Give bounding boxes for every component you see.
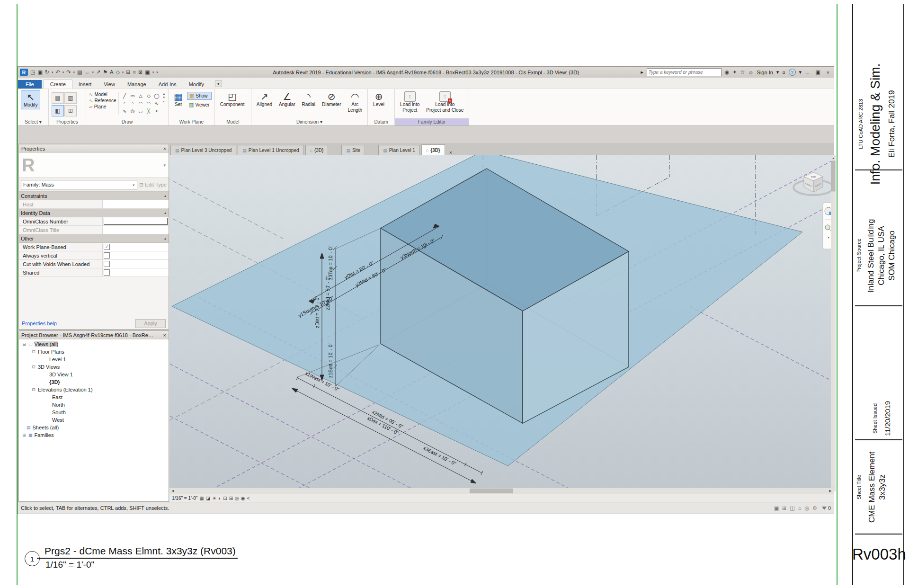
property-row-always-vertical[interactable]: Always vertical [19, 251, 169, 260]
component-button[interactable]: ◰ Component [218, 90, 247, 108]
draw-reference-button[interactable]: ∿Reference [89, 98, 116, 103]
tree-item-west[interactable]: West [19, 416, 169, 424]
search-arrow-icon[interactable]: ▸ [641, 69, 643, 75]
save-icon[interactable]: ▣ [37, 70, 42, 75]
active-only-icon[interactable]: ◫ [790, 505, 794, 511]
background-processes-icon[interactable]: ⚙ [812, 505, 817, 511]
view-tab-plan-level-1-unc[interactable]: ▤Plan Level 1 Uncropped [238, 145, 303, 155]
type-preview-caret-icon[interactable]: ▾ [163, 163, 166, 168]
scrollbar-thumb[interactable] [470, 489, 513, 493]
viewer-button[interactable]: ▥Viewer [187, 101, 212, 108]
zoom-icon[interactable] [825, 225, 830, 230]
undo-icon[interactable]: ↶ [56, 70, 60, 75]
draw-spline-icon[interactable]: ∿ [153, 99, 161, 107]
panel-label-dimension[interactable]: Dimension ▾ [251, 118, 367, 125]
measure-caret-icon[interactable]: ▾ [92, 71, 94, 74]
property-row-shared[interactable]: Shared [19, 268, 169, 277]
collapse-icon[interactable]: ▴ [164, 236, 166, 241]
family-category-icon[interactable]: ▥ [64, 92, 77, 104]
horizontal-scrollbar[interactable]: ◀ ▶ [169, 488, 834, 494]
tree-item-level-1[interactable]: Level 1 [19, 356, 169, 363]
tree-item-views[interactable]: ⊟▢Views (all) [19, 340, 169, 348]
restore-button[interactable]: ▣ [814, 69, 821, 75]
ribbon-tab-manage[interactable]: Manage [121, 80, 152, 89]
crop-view-icon[interactable]: ⊡ [223, 496, 227, 501]
properties-help-link[interactable]: Properties help [22, 321, 57, 326]
set-work-plane-button[interactable]: ▦ Set [171, 90, 185, 108]
draw-model-button[interactable]: ∿Model [89, 92, 116, 97]
exclude-options-icon[interactable]: ⌂ [798, 505, 802, 511]
property-row-omniclass-number[interactable]: OmniClass Number [19, 217, 169, 226]
section-other[interactable]: Other▴ [19, 234, 169, 243]
customize-qat-icon[interactable]: ▾ [156, 71, 158, 74]
navbar-more-icon[interactable]: ▾ [828, 236, 829, 239]
draw-scroll-down-icon[interactable]: ▾ [163, 96, 165, 99]
section-icon[interactable]: ⊟ [126, 70, 130, 75]
property-row-host[interactable]: Host [19, 200, 169, 209]
tree-item-families[interactable]: ⊞▦Families [19, 431, 169, 439]
communication-center-icon[interactable]: ✦ [732, 69, 737, 75]
tree-item-3d-active[interactable]: {3D} [19, 378, 169, 386]
draw-arc2-icon[interactable]: ◝ [129, 99, 137, 107]
tree-item-east[interactable]: East [19, 393, 169, 401]
ribbon-tab-create[interactable]: Create [44, 80, 72, 89]
help-icon[interactable]: ? [789, 69, 796, 76]
view3d-caret-icon[interactable]: ▾ [122, 71, 124, 74]
design-options-icon[interactable]: ⊞ [782, 505, 786, 511]
view-scale-label[interactable]: 1/16" = 1'-0" [172, 496, 197, 501]
draw-scroll-more-icon[interactable]: ▪ [163, 99, 165, 103]
view-tab-3d[interactable]: ⌂{3D} [305, 145, 329, 155]
collapse-icon[interactable]: ▴ [164, 211, 166, 215]
redo-icon[interactable]: ↷ [66, 70, 71, 75]
close-hidden-windows-icon[interactable]: ⊠ [138, 70, 143, 75]
tag-icon[interactable]: ⚑ [103, 70, 107, 75]
tree-item-elevations[interactable]: ⊟Elevations (Elevation 1) [19, 386, 169, 393]
draw-line-icon[interactable]: ╱ [121, 92, 129, 99]
ribbon-collapse-icon[interactable]: ▾ [215, 80, 222, 87]
draw-ellipse-icon[interactable]: ◎ [129, 107, 137, 115]
account-icon[interactable]: ☺ [748, 70, 753, 75]
print-icon[interactable]: ▤ [77, 70, 82, 75]
sync-caret-icon[interactable]: ▾ [52, 71, 53, 74]
ribbon-tab-insert[interactable]: Insert [72, 80, 98, 89]
draw-point-icon[interactable]: • [153, 107, 161, 115]
ribbon-tab-addins[interactable]: Add-Ins [152, 80, 183, 89]
always-vertical-checkbox[interactable] [104, 252, 110, 258]
draw-circle-icon[interactable]: ◯ [153, 92, 161, 99]
vcb-expand-icon[interactable]: < [247, 496, 250, 501]
default-3d-view-icon[interactable]: ◇ [116, 70, 119, 75]
properties-palette-icon[interactable]: ▤ [52, 92, 64, 104]
worksets-icon[interactable]: ▣ [774, 505, 779, 511]
tree-item-south[interactable]: South [19, 409, 169, 416]
property-row-cut-with-voids[interactable]: Cut with Voids When Loaded [19, 260, 169, 268]
omniclass-number-input[interactable] [104, 218, 168, 225]
shadows-icon[interactable]: ◐ [218, 496, 221, 501]
cut-with-voids-checkbox[interactable] [104, 261, 110, 267]
switch-caret-icon[interactable]: ▾ [152, 71, 154, 74]
project-browser-header[interactable]: Project Browser - IMS Asgn4f-Rv19cme-f06… [19, 331, 169, 339]
measure-icon[interactable]: ↔ [84, 70, 89, 75]
draw-scroll-up-icon[interactable]: ▴ [163, 92, 165, 96]
draw-polygon-icon[interactable]: △ [137, 92, 145, 99]
press-drag-icon[interactable]: ◎ [804, 505, 809, 511]
sun-path-icon[interactable]: ☀ [212, 496, 216, 501]
ribbon-tab-modify[interactable]: Modify [183, 80, 210, 89]
ribbon-tab-file[interactable]: File [18, 80, 42, 89]
text-icon[interactable]: A [110, 70, 113, 75]
draw-rectangle-icon[interactable]: ▭ [129, 92, 137, 99]
minimize-button[interactable]: – [805, 70, 811, 75]
scroll-left-icon[interactable]: ◀ [169, 489, 176, 493]
property-row-work-plane-based[interactable]: Work Plane-Based✓ [19, 243, 169, 251]
tree-item-3d-view-1[interactable]: 3D View 1 [19, 371, 169, 378]
type-selector-dropdown-icon[interactable]: ∨ [132, 183, 135, 187]
search-input[interactable] [647, 68, 722, 76]
draw-spline2-icon[interactable]: ∿ [121, 107, 129, 115]
modify-button[interactable]: ↖ Modify [21, 90, 40, 109]
project-browser-close-icon[interactable]: × [163, 332, 166, 338]
scroll-right-icon[interactable]: ▶ [827, 489, 834, 493]
show-crop-region-icon[interactable]: ⊞ [229, 496, 233, 501]
arc-length-dim-button[interactable]: ◠ArcLength [346, 90, 365, 114]
section-constraints[interactable]: Constraints▴ [19, 192, 169, 200]
draw-pick-lines-icon[interactable]: ╳ [145, 107, 153, 115]
view-tab-site[interactable]: ▤Site [341, 145, 365, 155]
